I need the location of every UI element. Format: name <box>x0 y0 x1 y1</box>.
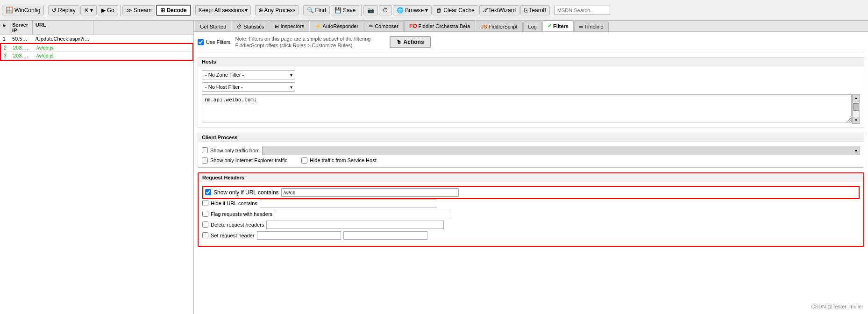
session-list-header: # Server IP URL <box>0 21 193 35</box>
traffic-dropdown-wrapper <box>262 146 860 155</box>
flag-requests-input[interactable] <box>275 210 452 218</box>
text-wizard-button[interactable]: 𝒯 TextWizard <box>479 5 519 15</box>
use-filters-label: Use Filters <box>206 39 231 45</box>
tearoff-button[interactable]: ⎘ Tearoff <box>520 5 549 15</box>
hide-url-label: Hide if URL contains <box>211 200 257 206</box>
fo-icon: FO <box>409 23 417 29</box>
show-url-checkbox[interactable] <box>205 189 211 195</box>
traffic-from-select[interactable] <box>262 146 860 155</box>
autoresponder-icon: ⚡ <box>315 23 321 29</box>
save-button[interactable]: 💾 Save <box>331 5 359 15</box>
scroll-up-btn[interactable]: ▲ <box>853 95 860 101</box>
tab-fiddler-script[interactable]: JS FiddlerScript <box>476 21 522 31</box>
tab-autoresponder[interactable]: ⚡ AutoResponder <box>310 21 363 31</box>
host-textarea[interactable]: rm.api.weibo.com; <box>202 94 852 122</box>
composer-icon: ✏ <box>369 23 373 29</box>
flag-requests-row: Flag requests with headers <box>202 210 860 218</box>
text-wizard-icon: 𝒯 <box>483 7 487 14</box>
winconfig-button[interactable]: 🪟 WinConfig <box>2 5 44 15</box>
scroll-down-btn[interactable]: ▼ <box>853 117 860 123</box>
inspector-panel: Get Started ⏱ Statistics ⊞ Inspectors ⚡ … <box>194 21 868 314</box>
filters-header: Use Filters Note: Filters on this page a… <box>198 36 864 52</box>
request-headers-title: Request Headers <box>199 173 863 182</box>
show-traffic-label: Show only traffic from <box>210 148 260 153</box>
show-url-label: Show only if URL contains <box>213 189 279 196</box>
tab-inspectors[interactable]: ⊞ Inspectors <box>270 21 309 31</box>
use-filters-checkbox[interactable] <box>198 39 204 45</box>
hide-url-input[interactable] <box>260 199 437 207</box>
any-process-button[interactable]: ⊕ Any Process <box>255 5 299 15</box>
main-container: # Server IP URL 1 50.56.19.116 /UpdateCh… <box>0 21 868 314</box>
set-header-checkbox[interactable] <box>202 232 208 238</box>
tab-filters[interactable]: ✓ Filters <box>542 21 574 31</box>
flag-requests-checkbox[interactable] <box>202 211 208 217</box>
delete-headers-checkbox[interactable] <box>202 221 208 228</box>
set-header-name-input[interactable] <box>257 231 341 240</box>
show-ie-label: Show only Internet Explorer traffic <box>210 157 287 163</box>
session-cell-ip: 203.119.169.141 <box>10 52 34 59</box>
hide-service-checkbox[interactable] <box>301 157 307 164</box>
use-filters-row: Use Filters <box>198 39 231 45</box>
hide-service-row: Hide traffic from Service Host <box>301 157 377 164</box>
browse-chevron-icon: ▾ <box>425 7 428 14</box>
hide-url-checkbox[interactable] <box>202 200 208 206</box>
session-cell-ip: 203.119.169.141 <box>10 44 34 51</box>
table-row[interactable]: 3 203.119.169.141 /w/cb.js <box>1 52 192 60</box>
browse-button[interactable]: 🌐 Browse ▾ <box>393 5 432 15</box>
tab-timeline[interactable]: ═ Timeline <box>574 21 609 31</box>
session-cell-num: 3 <box>1 52 10 59</box>
filters-check-icon: ✓ <box>548 23 552 29</box>
tab-composer[interactable]: ✏ Composer <box>364 21 404 31</box>
show-ie-checkbox[interactable] <box>202 157 208 164</box>
find-button[interactable]: 🔍 Find <box>303 5 330 15</box>
tab-statistics[interactable]: ⏱ Statistics <box>232 21 269 31</box>
show-traffic-row: Show only traffic from <box>202 146 860 155</box>
client-process-section: Client Process Show only traffic from <box>198 133 864 168</box>
delete-headers-input[interactable] <box>266 221 444 229</box>
go-button[interactable]: ▶ Go <box>98 5 118 15</box>
client-process-title: Client Process <box>198 133 864 142</box>
delete-headers-label: Delete request headers <box>211 222 264 228</box>
toolbar-separator-3 <box>193 5 193 16</box>
tab-log[interactable]: Log <box>523 21 542 31</box>
toolbar-separator-6 <box>361 5 362 16</box>
host-textarea-wrapper: rm.api.weibo.com; ▲ ▼ <box>202 94 852 124</box>
table-row[interactable]: 1 50.56.19.116 /UpdateCheck.aspx?isBeta=… <box>0 35 193 43</box>
host-filter-select[interactable]: - No Host Filter - <box>202 82 295 92</box>
show-traffic-checkbox[interactable] <box>202 147 208 153</box>
col-header-num: # <box>0 21 9 35</box>
keep-sessions-button[interactable]: Keep: All sessions ▾ <box>195 5 251 15</box>
statistics-icon: ⏱ <box>237 24 242 29</box>
timer-button[interactable]: ⏱ <box>379 5 392 15</box>
set-header-label: Set request header <box>211 233 255 238</box>
stream-button[interactable]: ≫ Stream <box>122 5 156 15</box>
delete-headers-row: Delete request headers <box>202 221 860 229</box>
show-url-contains-row: Show only if URL contains <box>202 186 860 199</box>
actions-button[interactable]: 🖱 Actions <box>390 36 431 48</box>
col-header-ip: Server IP <box>9 21 33 35</box>
session-cell-url: /w/cb.js <box>34 44 94 51</box>
replay-button[interactable]: ↺ Replay <box>48 5 79 15</box>
decode-button[interactable]: ⊞ Decode <box>156 5 191 16</box>
show-url-input[interactable] <box>281 188 459 197</box>
timer-icon: ⏱ <box>383 7 388 14</box>
hide-service-label: Hide traffic from Service Host <box>310 157 377 163</box>
table-row[interactable]: 2 203.119.169.141 /w/cb.js <box>1 44 192 52</box>
screenshot-button[interactable]: 📷 <box>363 5 378 15</box>
cross-icon: ✕ <box>84 7 89 14</box>
set-header-value-input[interactable] <box>343 231 427 240</box>
tearoff-icon: ⎘ <box>524 7 527 14</box>
scrolltrack <box>853 101 860 117</box>
globe-icon: 🌐 <box>397 7 404 14</box>
zone-filter-select[interactable]: - No Zone Filter - <box>202 70 295 79</box>
cross-button[interactable]: ✕ ▾ <box>80 5 97 15</box>
clear-cache-button[interactable]: 🗑 Clear Cache <box>433 5 478 15</box>
tab-fiddler-orchestra[interactable]: FO Fiddler Orchestra Beta <box>404 21 475 31</box>
clear-cache-icon: 🗑 <box>436 7 442 14</box>
main-toolbar: 🪟 WinConfig ↺ Replay ✕ ▾ ▶ Go ≫ Stream ⊞… <box>0 0 868 21</box>
timeline-icon: ═ <box>579 24 583 29</box>
msdn-search-input[interactable] <box>554 6 610 15</box>
ie-traffic-row: Show only Internet Explorer traffic Hide… <box>202 157 860 164</box>
js-icon: JS <box>481 24 487 29</box>
tab-get-started[interactable]: Get Started <box>195 21 231 31</box>
